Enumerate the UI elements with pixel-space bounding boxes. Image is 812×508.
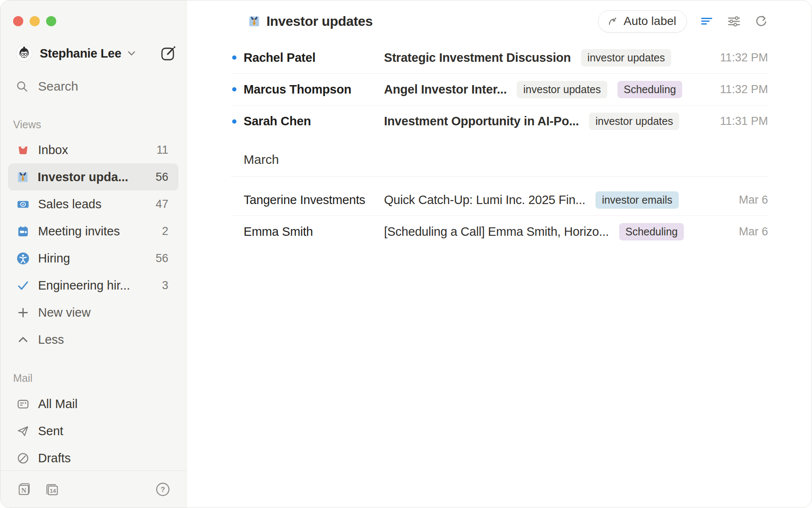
- sidebar-item-label: Sent: [38, 424, 63, 438]
- zoom-window-button[interactable]: [46, 16, 56, 26]
- auto-label-text: Auto label: [623, 14, 676, 28]
- view-title: Investor updates: [266, 14, 373, 29]
- email-time: 11:31 PM: [720, 115, 768, 128]
- email-sender: Marcus Thompson: [244, 83, 384, 97]
- view-header: Investor updates Auto label: [187, 0, 812, 42]
- email-subject-area: Strategic Investment Discussioninvestor …: [384, 49, 711, 66]
- sidebar-item-investor-upda[interactable]: Investor upda...56: [8, 163, 178, 190]
- sidebar: Stephanie Lee Search Views Inbox11Invest…: [0, 0, 187, 508]
- mail-list: All MailSentDrafts: [8, 390, 178, 472]
- header-tools: Auto label: [598, 10, 768, 33]
- sidebar-item-label: Meeting invites: [38, 224, 120, 238]
- sidebar-item-label: Sales leads: [38, 197, 102, 211]
- sidebar-item-all-mail[interactable]: All Mail: [8, 390, 178, 417]
- notion-logo-icon[interactable]: N: [17, 482, 31, 496]
- email-group: Tangerine InvestmentsQuick Catch-Up: Lum…: [231, 177, 768, 248]
- email-subject-area: Angel Investor Inter...investor updatesS…: [384, 81, 711, 98]
- svg-text:?: ?: [161, 486, 165, 494]
- chevron-up-icon: [16, 333, 30, 346]
- sidebar-item-count: 56: [156, 252, 168, 265]
- minimize-window-button[interactable]: [30, 16, 40, 26]
- plus-icon: [16, 306, 30, 319]
- label-tag[interactable]: investor updates: [517, 81, 607, 98]
- email-time: 11:32 PM: [720, 83, 768, 96]
- refresh-button[interactable]: [754, 14, 768, 28]
- sidebar-item-label: Drafts: [38, 451, 71, 465]
- email-time: 11:32 PM: [720, 51, 768, 64]
- email-subject: Quick Catch-Up: Lumi Inc. 2025 Fin...: [384, 193, 585, 207]
- sidebar-item-count: 2: [162, 225, 168, 238]
- shirt-tie-icon: [248, 15, 261, 28]
- sidebar-item-label: New view: [38, 306, 91, 320]
- search-button[interactable]: Search: [0, 80, 186, 93]
- sidebar-item-inbox[interactable]: Inbox11: [8, 136, 178, 163]
- display-settings-button[interactable]: [727, 14, 741, 28]
- drafts-icon: [16, 452, 30, 465]
- email-subject: Investment Opportunity in AI-Po...: [384, 114, 579, 128]
- app-window: Stephanie Lee Search Views Inbox11Invest…: [0, 0, 812, 508]
- sidebar-item-sales-leads[interactable]: Sales leads47: [8, 190, 178, 218]
- auto-label-button[interactable]: Auto label: [598, 10, 687, 33]
- label-tag[interactable]: investor emails: [595, 191, 679, 209]
- sidebar-item-label: All Mail: [38, 397, 77, 411]
- svg-text:N: N: [21, 486, 26, 494]
- email-subject: Angel Investor Inter...: [384, 83, 507, 97]
- sidebar-item-hiring[interactable]: Hiring56: [8, 245, 178, 272]
- inbox-icon: [16, 144, 30, 157]
- email-group: Rachel PatelStrategic Investment Discuss…: [231, 42, 768, 137]
- email-row[interactable]: Tangerine InvestmentsQuick Catch-Up: Lum…: [231, 184, 768, 216]
- sidebar-item-label: Less: [38, 333, 64, 347]
- filter-button[interactable]: [700, 14, 714, 28]
- email-subject-area: [Scheduling a Call] Emma Smith, Horizo..…: [384, 223, 713, 240]
- main-panel: Investor updates Auto label Rachel Patel…: [187, 0, 812, 508]
- email-sender: Tangerine Investments: [244, 193, 384, 207]
- email-sender: Sarah Chen: [244, 114, 384, 128]
- sidebar-item-label: Engineering hir...: [38, 279, 130, 293]
- sidebar-footer: N14?: [0, 470, 186, 508]
- traffic-lights: [0, 0, 186, 26]
- email-subject: Strategic Investment Discussion: [384, 51, 571, 65]
- close-window-button[interactable]: [13, 16, 23, 26]
- chevron-down-icon: [127, 50, 136, 57]
- unread-dot: [232, 119, 236, 124]
- sidebar-item-label: Inbox: [38, 143, 68, 157]
- sidebar-item-meeting-invites[interactable]: Meeting invites2: [8, 218, 178, 245]
- search-label: Search: [38, 79, 78, 94]
- shirt-tie-icon: [16, 171, 29, 183]
- label-tag[interactable]: Scheduling: [619, 223, 684, 240]
- sidebar-item-count: 47: [156, 198, 168, 211]
- sent-icon: [16, 425, 30, 438]
- banknote-icon: [16, 198, 30, 211]
- email-subject-area: Quick Catch-Up: Lumi Inc. 2025 Fin...inv…: [384, 191, 713, 209]
- mini-calendar-icon[interactable]: 14: [44, 482, 59, 497]
- sidebar-item-sent[interactable]: Sent: [8, 417, 178, 444]
- checkmark-icon: [16, 279, 30, 292]
- email-list: Rachel PatelStrategic Investment Discuss…: [187, 42, 812, 248]
- email-row[interactable]: Rachel PatelStrategic Investment Discuss…: [231, 42, 768, 74]
- sidebar-item-count: 3: [162, 279, 168, 292]
- sidebar-item-count: 56: [156, 171, 168, 184]
- search-icon: [16, 80, 29, 93]
- email-row[interactable]: Marcus ThompsonAngel Investor Inter...in…: [231, 74, 768, 105]
- date-group-heading: March: [231, 137, 768, 177]
- accessibility-icon: [16, 252, 30, 265]
- email-row[interactable]: Sarah ChenInvestment Opportunity in AI-P…: [231, 105, 768, 137]
- all-mail-icon: [16, 398, 30, 411]
- email-subject: [Scheduling a Call] Emma Smith, Horizo..…: [384, 225, 609, 239]
- email-row[interactable]: Emma Smith[Scheduling a Call] Emma Smith…: [231, 216, 768, 248]
- compose-button[interactable]: [159, 44, 178, 63]
- sidebar-item-count: 11: [156, 144, 168, 157]
- email-subject-area: Investment Opportunity in AI-Po...invest…: [384, 113, 711, 130]
- sidebar-item-new-view[interactable]: New view: [8, 299, 178, 326]
- help-icon[interactable]: ?: [156, 482, 170, 497]
- sidebar-item-drafts[interactable]: Drafts: [8, 444, 178, 472]
- sidebar-item-engineering-hir[interactable]: Engineering hir...3: [8, 272, 178, 299]
- unread-dot: [232, 55, 236, 60]
- sidebar-item-less[interactable]: Less: [8, 326, 178, 353]
- mail-section-label: Mail: [0, 373, 186, 384]
- label-tag[interactable]: investor updates: [581, 49, 671, 66]
- label-tag[interactable]: investor updates: [589, 113, 679, 130]
- calendar-blue-icon: [16, 225, 30, 238]
- label-tag[interactable]: Scheduling: [617, 81, 683, 98]
- account-switcher[interactable]: Stephanie Lee: [0, 45, 186, 61]
